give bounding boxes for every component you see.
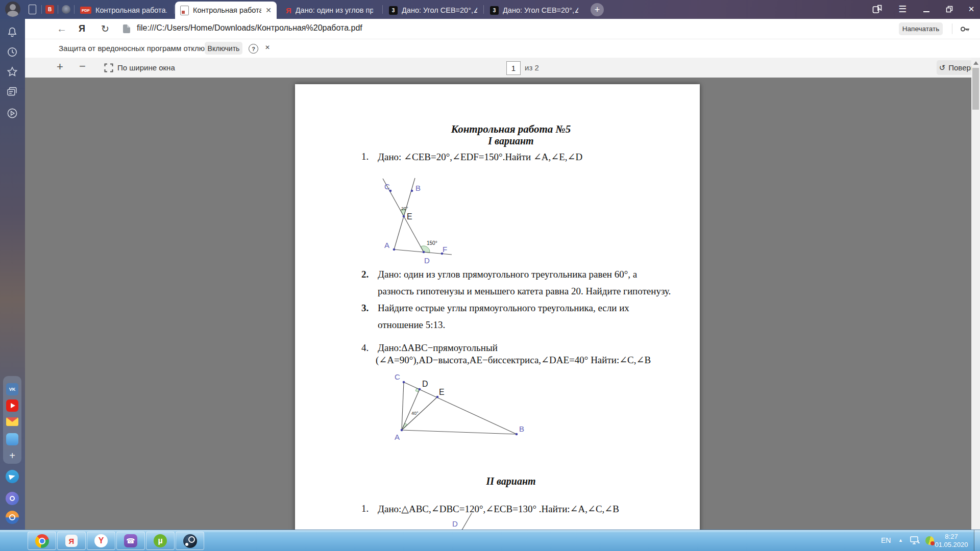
warning-close-icon[interactable]: ✕ xyxy=(265,44,270,51)
print-button[interactable]: Напечатать xyxy=(899,22,943,35)
collections-icon[interactable] xyxy=(6,86,18,98)
item1-text: Дано: ∠CEB=20°,∠EDF=150°.Найти ∠A,∠E,∠D xyxy=(378,151,582,163)
scrollbar[interactable] xyxy=(971,58,980,530)
taskbar-steam-button[interactable] xyxy=(176,532,204,550)
point-label-C: C xyxy=(395,372,400,381)
yandex-app-icon: Я xyxy=(65,535,78,547)
violet-app-icon[interactable] xyxy=(6,492,19,505)
tab-divider xyxy=(174,5,175,14)
restore-icon[interactable] xyxy=(942,3,957,15)
tabs-panel-icon[interactable] xyxy=(870,3,885,15)
minimize-icon[interactable] xyxy=(919,3,934,15)
tab-dano-odin-iz-uglov[interactable]: Я Дано: один из углов прям xyxy=(281,2,381,19)
pinned-tab-document[interactable] xyxy=(29,5,36,14)
close-icon[interactable]: ✕ xyxy=(964,3,979,15)
tab-divider xyxy=(41,5,42,14)
point-label-F: F xyxy=(443,245,447,254)
utorrent-icon: µ xyxy=(154,534,167,547)
tab-dano-ugol-ceb-2[interactable]: 3 Дано: Угол CEB=20°,∠EDF xyxy=(485,2,583,19)
tab-dano-ugol-ceb-1[interactable]: 3 Дано: Угол CEB=20°,∠EDF xyxy=(384,2,482,19)
tab-title: Контрольная работа.pdf - xyxy=(95,6,167,14)
item3-number: 3. xyxy=(361,303,369,314)
viber-icon: ☎ xyxy=(124,534,137,547)
orange-blue-app-icon[interactable] xyxy=(6,511,19,524)
taskbar-yandex-button[interactable]: Я xyxy=(57,532,86,550)
add-app-icon[interactable]: + xyxy=(6,449,18,462)
taskbar-yandex-browser-button[interactable]: Y xyxy=(87,532,115,550)
show-desktop-button[interactable] xyxy=(974,530,980,551)
scroll-up-icon[interactable] xyxy=(973,61,978,65)
tab-title: Дано: Угол CEB=20°,∠EDF xyxy=(402,6,477,14)
pinned-tab-red-b[interactable]: B xyxy=(45,5,54,14)
language-indicator[interactable]: EN xyxy=(881,536,891,544)
video-play-icon[interactable] xyxy=(6,107,18,119)
item2-number: 2. xyxy=(361,269,369,280)
telegram-icon[interactable] xyxy=(6,470,19,483)
tab-title: Дано: Угол CEB=20°,∠EDF xyxy=(503,6,578,14)
point-label-D: D xyxy=(422,380,428,388)
taskbar-chrome-button[interactable] xyxy=(28,532,56,550)
tab-title: Дано: один из углов прям xyxy=(296,6,373,14)
angle-label-40: 40° xyxy=(411,411,419,416)
network-icon[interactable] xyxy=(910,536,920,547)
point-label-E: E xyxy=(439,388,445,396)
mail-icon[interactable] xyxy=(6,417,18,426)
tray-clock[interactable]: 8:27 01.05.2020 xyxy=(933,533,970,549)
fit-width-icon[interactable] xyxy=(104,63,113,74)
pdf-toolbar: + − По ширине окна 1 из 2 ↺Повернуть xyxy=(25,58,971,78)
history-clock-icon[interactable] xyxy=(6,46,18,58)
item4-line1: Дано:ΔABC−прямоугольный xyxy=(378,342,498,354)
screen: B PDF Контрольная работа.pdf - Контрольн… xyxy=(0,0,980,551)
vk-icon[interactable]: VK xyxy=(6,383,18,395)
enable-button[interactable]: Включить xyxy=(205,42,242,55)
tab-close-icon[interactable]: ✕ xyxy=(265,6,272,14)
yandex-browser-icon: Y xyxy=(94,534,108,547)
zoom-out-button[interactable]: − xyxy=(79,60,86,73)
profile-avatar[interactable] xyxy=(5,2,20,17)
tab-kontrolnaya-active[interactable]: Контрольная работа.pd ✕ xyxy=(175,2,277,19)
reload-icon[interactable]: ↻ xyxy=(101,23,109,35)
taskbar-viber-button[interactable]: ☎ xyxy=(116,532,145,550)
tab-kontrolnaya-pdf[interactable]: PDF Контрольная работа.pdf - xyxy=(75,2,173,19)
tab-divider xyxy=(74,5,75,14)
password-key-icon[interactable] xyxy=(960,24,970,36)
point-label-D: D xyxy=(424,256,430,265)
tray-time: 8:27 xyxy=(933,533,970,541)
url-text[interactable]: file:///C:/Users/Home/Downloads/Контроль… xyxy=(137,23,362,33)
yandex-sidebar: VK + xyxy=(0,19,25,530)
pdf-page-icon xyxy=(180,6,189,15)
fit-width-label[interactable]: По ширине окна xyxy=(117,63,175,72)
menu-icon[interactable]: ☰ xyxy=(895,3,910,15)
point-label-B: B xyxy=(415,184,421,192)
zoom-in-button[interactable]: + xyxy=(57,60,63,73)
item4-number: 4. xyxy=(361,342,369,354)
item2-line1: Дано: один из углов прямоугольного треуг… xyxy=(378,269,637,280)
scrollbar-thumb[interactable] xyxy=(972,68,979,110)
notifications-bell-icon[interactable] xyxy=(6,26,18,38)
taskbar-utorrent-button[interactable]: µ xyxy=(146,532,175,550)
item3-line1: Найдите острые углы прямоугольного треуг… xyxy=(378,303,629,314)
user-avatar-icon xyxy=(5,2,20,17)
blue-app-icon[interactable] xyxy=(6,433,18,445)
yandex-search-icon[interactable]: Я xyxy=(79,23,85,34)
v2-item1-text: Дано:△ABC,∠DBC=120°,∠ECB=130° .Найти:∠A,… xyxy=(378,503,619,515)
document-icon xyxy=(29,5,36,14)
youtube-icon[interactable] xyxy=(6,399,18,412)
new-tab-button[interactable]: + xyxy=(591,3,604,16)
point-label-D: D xyxy=(452,519,458,528)
page-number-input[interactable]: 1 xyxy=(506,61,521,75)
warning-text: Защита от вредоносных программ отключена xyxy=(59,44,222,53)
bookmarks-star-icon[interactable] xyxy=(6,66,18,78)
steam-icon xyxy=(183,534,197,548)
tray-expand-icon[interactable]: ▲ xyxy=(898,538,903,543)
nav-bar: ← Я ↻ file:///C:/Users/Home/Downloads/Ко… xyxy=(25,19,980,39)
diagram1-intersecting-lines: C B E A D F 20° 150° xyxy=(378,173,464,265)
rotate-icon: ↺ xyxy=(939,63,946,72)
back-icon[interactable]: ← xyxy=(57,23,67,35)
pinned-tab-emblem[interactable] xyxy=(62,5,70,14)
doc-title: Контрольная работа №5 xyxy=(295,123,727,136)
help-icon[interactable]: ? xyxy=(249,44,258,54)
red-b-icon: B xyxy=(45,5,54,14)
point-label-B: B xyxy=(519,424,524,433)
point-label-E: E xyxy=(407,212,412,221)
